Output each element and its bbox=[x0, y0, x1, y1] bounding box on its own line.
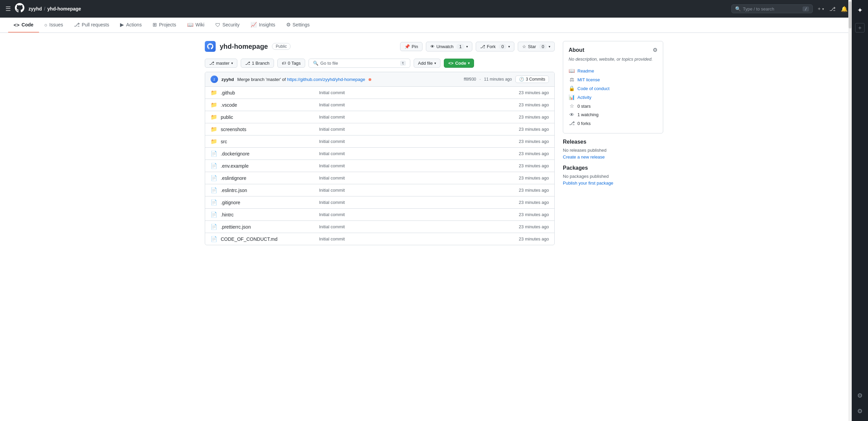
file-name[interactable]: .vscode bbox=[221, 102, 316, 108]
tab-issues[interactable]: ○ Issues bbox=[39, 18, 69, 33]
tab-actions[interactable]: ▶ Actions bbox=[115, 18, 147, 33]
github-logo-icon[interactable] bbox=[15, 3, 24, 15]
commit-hash[interactable]: ff8f930 bbox=[464, 77, 476, 82]
file-rows: 📁 .github Initial commit 23 minutes ago … bbox=[205, 87, 554, 245]
file-name[interactable]: .eslintrc.json bbox=[221, 188, 316, 193]
tab-projects-label: Projects bbox=[159, 22, 176, 27]
tab-wiki[interactable]: 📖 Wiki bbox=[182, 18, 210, 33]
table-row: 📁 screenshots Initial commit 23 minutes … bbox=[205, 123, 554, 135]
add-panel-button[interactable]: ＋ bbox=[855, 23, 865, 33]
file-commit-message: Initial commit bbox=[319, 114, 491, 120]
branch-name: master bbox=[216, 61, 230, 66]
history-icon: 🕐 bbox=[519, 77, 524, 82]
file-time: 23 minutes ago bbox=[495, 163, 549, 168]
table-row: 📄 .prettierrc.json Initial commit 23 min… bbox=[205, 221, 554, 233]
branches-icon: ⎇ bbox=[245, 61, 250, 66]
file-commit-message: Initial commit bbox=[319, 236, 491, 241]
license-link[interactable]: MIT license bbox=[577, 77, 600, 82]
search-bar[interactable]: 🔍 Type / to search / bbox=[731, 4, 813, 13]
add-file-label: Add file bbox=[418, 61, 433, 66]
file-icon: 📄 bbox=[211, 150, 217, 157]
breadcrumb-user[interactable]: zyyhd bbox=[28, 6, 42, 12]
file-name[interactable]: .hintrc bbox=[221, 212, 316, 217]
pull-request-icon[interactable]: ⎇ bbox=[829, 6, 835, 12]
tags-button[interactable]: 🏷 0 Tags bbox=[277, 59, 305, 68]
branch-count-label: 1 Branch bbox=[252, 61, 270, 66]
file-icon: 📄 bbox=[211, 236, 217, 242]
breadcrumb-repo[interactable]: yhd-homepage bbox=[47, 6, 81, 12]
code-icon: <> bbox=[448, 61, 453, 66]
unwatch-count: 1 bbox=[456, 44, 464, 49]
code-of-conduct-link[interactable]: Code of conduct bbox=[577, 86, 610, 91]
unwatch-dropdown-icon[interactable]: ▾ bbox=[466, 45, 468, 48]
code-label: Code bbox=[455, 61, 466, 66]
tab-code-label: Code bbox=[22, 22, 34, 27]
file-name[interactable]: .env.example bbox=[221, 163, 316, 169]
file-name[interactable]: .gitignore bbox=[221, 200, 316, 205]
readme-icon: 📖 bbox=[569, 68, 575, 74]
about-settings-icon[interactable]: ⚙ bbox=[653, 47, 657, 53]
commit-link[interactable]: https://github.com/zyyhd/yhd-homepage bbox=[287, 77, 365, 82]
publish-package-link[interactable]: Publish your first package bbox=[563, 181, 613, 186]
file-name[interactable]: .github bbox=[221, 90, 316, 96]
fork-dropdown-icon[interactable]: ▾ bbox=[508, 45, 510, 48]
breadcrumb: zyyhd / yhd-homepage bbox=[28, 6, 81, 12]
star-button[interactable]: ☆ Star 0 ▾ bbox=[518, 42, 555, 51]
scrollbar-thumb[interactable] bbox=[849, 1, 851, 28]
hamburger-icon[interactable]: ☰ bbox=[5, 5, 11, 13]
star-icon: ☆ bbox=[522, 44, 526, 49]
go-to-file-shortcut: t bbox=[400, 61, 406, 66]
file-name[interactable]: public bbox=[221, 114, 316, 120]
scrollbar[interactable] bbox=[848, 0, 852, 253]
tab-settings[interactable]: ⚙ Settings bbox=[281, 18, 315, 33]
create-button[interactable]: ＋ ▾ bbox=[817, 6, 824, 12]
code-button[interactable]: <> Code ▾ bbox=[444, 59, 474, 68]
about-activity[interactable]: 📊 Activity bbox=[569, 93, 657, 102]
create-release-link[interactable]: Create a new release bbox=[563, 154, 605, 160]
about-mit-license[interactable]: ⚖ MIT license bbox=[569, 75, 657, 84]
notification-icon[interactable]: 🔔 bbox=[841, 6, 848, 12]
file-name[interactable]: .prettierrc.json bbox=[221, 224, 316, 230]
tab-code[interactable]: <> Code bbox=[8, 18, 39, 33]
activity-link[interactable]: Activity bbox=[577, 95, 591, 100]
readme-link[interactable]: Readme bbox=[577, 68, 594, 73]
table-row: 📄 CODE_OF_CONDUCT.md Initial commit 23 m… bbox=[205, 233, 554, 245]
unwatch-button[interactable]: 👁 Unwatch 1 ▾ bbox=[426, 42, 472, 51]
tab-security[interactable]: 🛡 Security bbox=[210, 18, 245, 33]
file-name[interactable]: .eslintignore bbox=[221, 175, 316, 181]
plus-icon: ＋ bbox=[817, 6, 822, 12]
file-name[interactable]: .dockerignore bbox=[221, 151, 316, 156]
add-file-button[interactable]: Add file ▾ bbox=[414, 59, 440, 68]
security-tab-icon: 🛡 bbox=[215, 22, 220, 28]
branches-button[interactable]: ⎇ 1 Branch bbox=[241, 59, 274, 68]
tab-insights[interactable]: 📈 Insights bbox=[245, 18, 281, 33]
about-code-of-conduct[interactable]: 🔒 Code of conduct bbox=[569, 84, 657, 93]
file-icon: 📄 bbox=[211, 187, 217, 193]
file-commit-message: Initial commit bbox=[319, 188, 491, 193]
commit-history-button[interactable]: 🕐 3 Commits bbox=[515, 76, 549, 83]
star-dropdown-icon[interactable]: ▾ bbox=[549, 45, 550, 48]
pin-button[interactable]: 📌 Pin bbox=[400, 42, 422, 51]
add-file-dropdown-icon: ▾ bbox=[434, 61, 436, 65]
fork-button[interactable]: ⎇ Fork 0 ▾ bbox=[476, 42, 514, 51]
unwatch-icon: 👁 bbox=[430, 44, 435, 49]
file-commit-message: Initial commit bbox=[319, 175, 491, 181]
branch-selector[interactable]: ⎇ master ▾ bbox=[205, 59, 237, 68]
tab-projects[interactable]: ⊞ Projects bbox=[147, 18, 182, 33]
go-to-file-search[interactable]: 🔍 Go to file t bbox=[309, 59, 410, 68]
copilot-icon[interactable]: ✦ bbox=[855, 4, 865, 16]
watching-icon: 👁 bbox=[569, 112, 575, 118]
file-name[interactable]: screenshots bbox=[221, 127, 316, 132]
table-row: 📄 .gitignore Initial commit 23 minutes a… bbox=[205, 196, 554, 209]
file-time: 23 minutes ago bbox=[495, 90, 549, 95]
commit-user[interactable]: zyyhd bbox=[221, 77, 234, 82]
file-name[interactable]: CODE_OF_CONDUCT.md bbox=[221, 236, 316, 242]
about-watching: 👁 1 watching bbox=[569, 110, 657, 119]
branch-toolbar: ⎇ master ▾ ⎇ 1 Branch 🏷 0 Tags 🔍 Go to f… bbox=[205, 59, 555, 68]
repo-icon bbox=[205, 41, 216, 52]
about-readme[interactable]: 📖 Readme bbox=[569, 66, 657, 75]
tab-pull-requests[interactable]: ⎇ Pull requests bbox=[68, 18, 115, 33]
about-description: No description, website, or topics provi… bbox=[569, 57, 657, 62]
commits-count: 3 Commits bbox=[526, 77, 545, 82]
file-name[interactable]: src bbox=[221, 139, 316, 144]
